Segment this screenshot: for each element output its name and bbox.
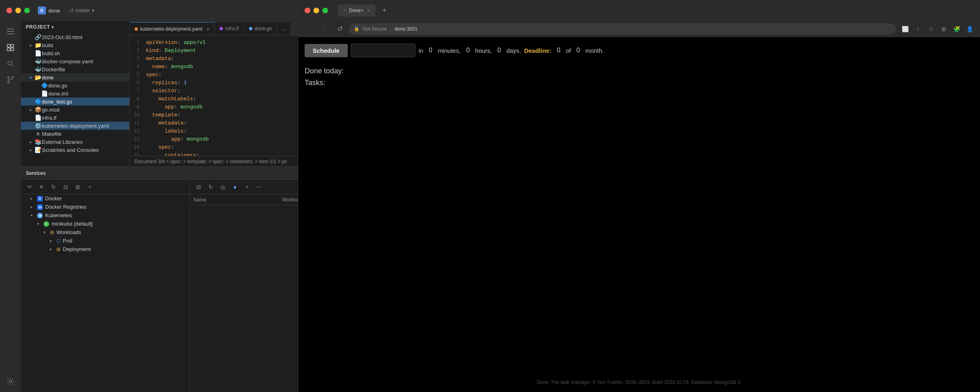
services-workloads-item[interactable]: ▾ ⊞ Workloads (21, 228, 190, 236)
browser-minimize-button[interactable] (314, 8, 319, 13)
tree-item-gomod[interactable]: ▸ 📦 go.mod (21, 106, 129, 114)
tree-item-dockercompose[interactable]: 🐳 docker-compose.yaml (21, 57, 129, 65)
forward-button[interactable]: › (318, 23, 330, 35)
branch-selector[interactable]: ⎇ master ▾ (68, 8, 94, 13)
tab-kubernetes-yaml[interactable]: kubernetes-deployment.yaml × (130, 22, 215, 35)
go-mod-file-icon: 📦 (34, 106, 42, 113)
services-docker-item[interactable]: ▸ D Docker (21, 194, 190, 203)
tree-item-label: Scratches and Consoles (42, 147, 129, 153)
share-button[interactable]: ↑ (912, 23, 924, 35)
puzzle-icon[interactable]: 🧩 (951, 23, 962, 35)
services-k8s-item[interactable]: ▾ ⎈ Kubernetes (21, 211, 190, 220)
of-value: 0 (574, 47, 582, 54)
done-favicon: ✓ (343, 8, 347, 13)
tab-more[interactable]: ... (277, 22, 291, 35)
service-item-label: Workloads (56, 229, 81, 235)
script-file-icon: 📄 (34, 50, 42, 56)
close-window-button[interactable] (6, 8, 12, 13)
activity-settings-icon[interactable] (3, 374, 18, 389)
tree-item-doneiml[interactable]: 📄 done.iml (21, 89, 129, 97)
ext-libs-icon: 📚 (34, 139, 42, 145)
tree-item-html[interactable]: 🔗 2023-Oct-30.html (21, 33, 129, 41)
line-number: 6 (130, 79, 146, 87)
add-service-button[interactable]: ＋ (85, 182, 95, 192)
back-button[interactable]: ‹ (303, 23, 315, 35)
activity-git-icon[interactable] (3, 73, 18, 87)
tree-item-donetestgo[interactable]: 🔷 done_test.go (21, 97, 129, 106)
code-content: apiVersion: apps/v1 (146, 39, 291, 47)
tab-infratf[interactable]: infra.tf (215, 22, 244, 35)
extensions-button[interactable]: ⊞ (938, 23, 949, 35)
target-button[interactable]: ◎ (218, 182, 228, 192)
browser-tab-close-button[interactable]: × (368, 7, 371, 14)
services-docker-reg-item[interactable]: ▸ 🗂 Docker Registries (21, 203, 190, 211)
fullscreen-window-button[interactable] (24, 8, 30, 13)
refresh-workloads-button[interactable]: ↻ (206, 182, 216, 192)
minutes-label: minutes, (438, 47, 461, 54)
tree-item-done[interactable]: ▾ 📂 done (21, 73, 129, 81)
month-label: month. (586, 47, 604, 54)
tree-item-scratches[interactable]: ▸ 📝 Scratches and Consoles (21, 146, 129, 154)
svg-rect-6 (11, 48, 14, 51)
tree-item-k8s-yaml[interactable]: ⚙️ kubernetes-deployment.yaml (21, 122, 129, 130)
browser-tab-done[interactable]: ✓ Done> × (338, 4, 376, 17)
code-line: 3 metadata: (130, 55, 298, 63)
code-content: spec: (146, 143, 291, 151)
schedule-button[interactable]: Schedule (305, 44, 348, 57)
tree-item-dockerfile[interactable]: 🐳 Dockerfile (21, 65, 129, 73)
go-file-icon: 🔷 (40, 82, 48, 89)
tree-item-buildsh[interactable]: 📄 build.sh (21, 49, 129, 57)
close-services-button[interactable]: ✕ (36, 182, 47, 192)
more-options-button[interactable]: ⋯ (254, 182, 264, 192)
add-workload-button[interactable]: ＋ (242, 182, 252, 192)
sidebar-toggle-button[interactable] (3, 24, 18, 39)
browser-fullscreen-button[interactable] (322, 8, 328, 13)
activity-explorer-icon[interactable] (3, 40, 18, 55)
window-controls (6, 8, 30, 13)
services-deployment-item[interactable]: ▸ ⊞ Deployment (21, 245, 190, 253)
new-tab-button[interactable]: + (379, 5, 390, 16)
filter-button[interactable]: ⊟ (60, 182, 71, 192)
close-tab-button[interactable]: × (206, 26, 210, 32)
schedule-input[interactable] (351, 44, 415, 57)
refresh-button[interactable]: ↻ (48, 182, 59, 192)
tree-item-donego[interactable]: 🔷 done.go (21, 81, 129, 89)
service-item-label: Docker (45, 195, 62, 201)
browser-window-controls (305, 8, 328, 13)
code-line: 15 containers: (130, 151, 298, 156)
line-number: 12 (130, 127, 146, 135)
project-label: D done (38, 6, 60, 15)
code-content: containers: (146, 151, 291, 156)
code-editor[interactable]: 1 apiVersion: apps/v1 2 kind: Deployment… (130, 35, 298, 156)
address-bar[interactable]: 🔒 Not Secure | done:3001 (349, 23, 896, 35)
of-label: of (566, 47, 571, 54)
bookmark-button[interactable]: ☆ (925, 23, 936, 35)
user-profile-button[interactable]: 👤 (964, 23, 975, 35)
tree-item-label: kubernetes-deployment.yaml (42, 123, 129, 129)
tab-donego[interactable]: done.go (244, 22, 277, 35)
screenshot-button[interactable]: ⬜ (899, 23, 911, 35)
branch-name: master (75, 8, 90, 13)
activity-search-icon[interactable] (3, 56, 18, 71)
tree-item-ext-libs[interactable]: ▸ 📚 External Libraries (21, 138, 129, 146)
collapse-all-button[interactable] (24, 182, 35, 192)
reload-button[interactable]: ↺ (334, 23, 346, 35)
filter-workloads-button[interactable]: ⊟ (193, 182, 204, 192)
code-line: 1 apiVersion: apps/v1 (130, 39, 298, 47)
tree-item-makefile[interactable]: ≡ Makefile (21, 130, 129, 138)
services-pod-item[interactable]: ▸ ⬡ Pod (21, 236, 190, 245)
browser-close-button[interactable] (305, 8, 310, 13)
browser-tabs: ✓ Done> × + (338, 4, 390, 17)
minimize-window-button[interactable] (15, 8, 21, 13)
tree-item-infratf[interactable]: 📄 infra.tf (21, 114, 129, 122)
hours-value: 0 (464, 47, 472, 54)
connect-button[interactable]: ● (230, 182, 240, 192)
line-number: 15 (130, 151, 146, 156)
code-line: 4 name: mongodb (130, 63, 298, 71)
code-content: replicas: 1 (146, 79, 291, 87)
hours-label: hours, (475, 47, 492, 54)
add-connection-button[interactable]: ⊞ (73, 182, 83, 192)
schedule-row: Schedule in 0 minutes, 0 hours, 0 days. … (305, 44, 974, 57)
services-minikube-item[interactable]: ▾ ● minikube [default] (21, 220, 190, 228)
tree-item-build[interactable]: ▸ 📁 build (21, 41, 129, 49)
